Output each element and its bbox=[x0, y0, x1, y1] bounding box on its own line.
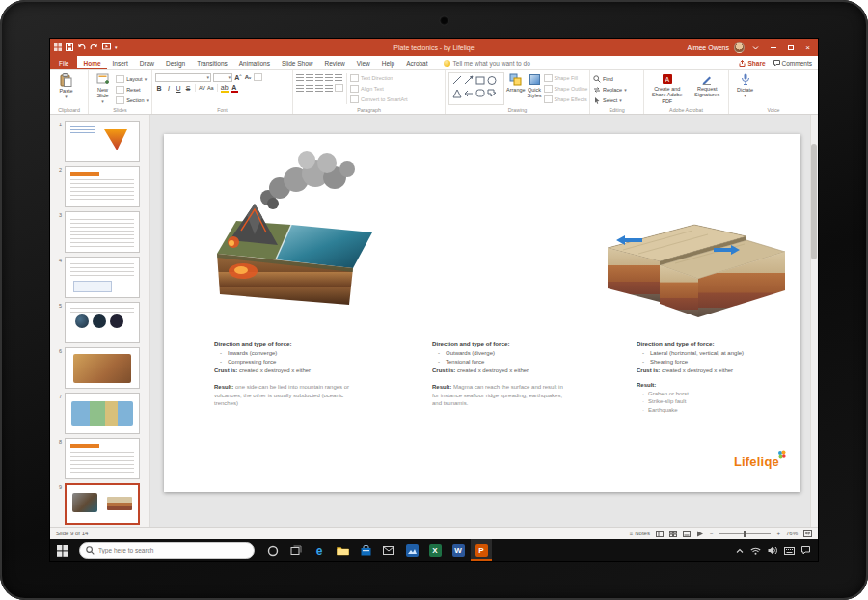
close-button[interactable]: × bbox=[801, 41, 814, 54]
tab-animations[interactable]: Animations bbox=[233, 56, 276, 69]
justify-icon[interactable] bbox=[325, 85, 333, 92]
font-size-combobox[interactable]: ▾ bbox=[213, 73, 232, 82]
new-slide-button[interactable]: New Slide ▾ bbox=[92, 72, 114, 105]
undo-icon[interactable] bbox=[77, 43, 86, 51]
tab-acrobat[interactable]: Acrobat bbox=[400, 56, 433, 69]
slide-thumbnail-4[interactable] bbox=[65, 257, 140, 298]
create-share-pdf-button[interactable]: A Create and Share Adobe PDF bbox=[647, 72, 687, 105]
layout-button[interactable]: Layout▾ bbox=[116, 74, 149, 84]
task-view-icon[interactable] bbox=[285, 539, 307, 561]
normal-view-icon[interactable] bbox=[656, 531, 664, 537]
slide-thumbnail-8[interactable] bbox=[65, 438, 140, 479]
columns-icon[interactable] bbox=[335, 84, 343, 92]
find-button[interactable]: Find bbox=[593, 74, 627, 84]
replace-button[interactable]: Replace▾ bbox=[593, 85, 627, 95]
comments-button[interactable]: Comments bbox=[773, 60, 812, 67]
reset-button[interactable]: Reset bbox=[116, 85, 149, 95]
qat-customize-caret-icon[interactable]: ▾ bbox=[115, 44, 118, 50]
tab-review[interactable]: Review bbox=[318, 56, 350, 69]
clear-formatting-icon[interactable] bbox=[254, 73, 262, 81]
slide-thumbnail-2[interactable] bbox=[65, 166, 140, 207]
tab-view[interactable]: View bbox=[351, 56, 376, 69]
touch-keyboard-icon[interactable] bbox=[784, 547, 795, 555]
font-name-combobox[interactable]: ▾ bbox=[155, 73, 211, 82]
cortana-icon[interactable] bbox=[262, 539, 284, 561]
tab-draw[interactable]: Draw bbox=[134, 56, 160, 69]
tab-insert[interactable]: Insert bbox=[107, 56, 134, 69]
slide-thumbnail-1[interactable] bbox=[65, 121, 140, 162]
tab-transitions[interactable]: Transitions bbox=[191, 56, 233, 69]
bullets-icon[interactable] bbox=[296, 74, 304, 81]
align-center-icon[interactable] bbox=[306, 85, 313, 92]
arrange-button[interactable]: Arrange bbox=[506, 72, 526, 105]
start-button[interactable] bbox=[50, 539, 75, 561]
tab-file[interactable]: File bbox=[50, 56, 77, 69]
volume-icon[interactable] bbox=[768, 546, 777, 555]
start-slideshow-icon[interactable] bbox=[102, 43, 111, 51]
zoom-level[interactable]: 76% bbox=[786, 531, 798, 536]
quick-styles-button[interactable]: Quick Styles bbox=[528, 72, 542, 105]
wifi-icon[interactable] bbox=[750, 547, 761, 555]
italic-button[interactable]: I bbox=[165, 85, 173, 92]
slide-thumbnail-9[interactable] bbox=[65, 483, 140, 525]
underline-button[interactable]: U bbox=[175, 85, 182, 92]
tab-slideshow[interactable]: Slide Show bbox=[276, 56, 319, 69]
canvas-scrollbar[interactable] bbox=[810, 115, 818, 527]
edge-icon[interactable]: e bbox=[309, 539, 330, 561]
dictate-button[interactable]: Dictate ▾ bbox=[732, 72, 758, 105]
tray-chevron-up-icon[interactable] bbox=[736, 548, 744, 554]
slideshow-view-icon[interactable] bbox=[696, 531, 704, 537]
file-explorer-icon[interactable] bbox=[332, 539, 353, 561]
share-button[interactable]: Share bbox=[739, 60, 765, 67]
strikethrough-button[interactable]: S bbox=[184, 85, 192, 92]
tab-help[interactable]: Help bbox=[376, 56, 400, 69]
align-right-icon[interactable] bbox=[315, 85, 323, 92]
photos-icon[interactable] bbox=[401, 539, 422, 561]
character-spacing-button[interactable]: AV bbox=[199, 85, 205, 91]
change-case-button[interactable]: Aa bbox=[207, 85, 214, 91]
maximize-button[interactable] bbox=[784, 41, 797, 54]
fit-slide-to-window-icon[interactable] bbox=[803, 530, 812, 537]
zoom-slider[interactable] bbox=[719, 533, 771, 534]
reading-view-icon[interactable] bbox=[683, 531, 691, 537]
action-center-icon[interactable] bbox=[801, 546, 810, 555]
align-left-icon[interactable] bbox=[296, 85, 304, 92]
current-slide[interactable]: Direction and type of force: Inwards (co… bbox=[164, 134, 800, 492]
search-input[interactable] bbox=[98, 547, 233, 554]
slide-sorter-view-icon[interactable] bbox=[669, 531, 677, 537]
notes-button[interactable]: ≡ Notes bbox=[630, 531, 650, 536]
slide-thumbnail-5[interactable] bbox=[65, 302, 140, 343]
highlight-color-button[interactable]: ab bbox=[221, 84, 229, 93]
decrease-indent-icon[interactable] bbox=[315, 74, 323, 81]
strike-slip-fault-image[interactable] bbox=[600, 209, 791, 323]
slide-thumbnail-7[interactable] bbox=[65, 393, 140, 434]
increase-indent-icon[interactable] bbox=[325, 74, 333, 81]
user-avatar[interactable] bbox=[734, 42, 745, 53]
tab-design[interactable]: Design bbox=[160, 56, 191, 69]
line-spacing-icon[interactable] bbox=[335, 74, 342, 81]
shapes-gallery[interactable] bbox=[448, 72, 504, 105]
subduction-zone-image[interactable] bbox=[183, 146, 391, 327]
slide-thumbnail-3[interactable] bbox=[65, 211, 140, 253]
grow-font-icon[interactable]: A^ bbox=[234, 73, 242, 81]
tell-me-box[interactable]: Tell me what you want to do bbox=[444, 56, 530, 69]
zoom-in-button[interactable]: + bbox=[776, 531, 780, 536]
ribbon-display-options-icon[interactable] bbox=[749, 41, 762, 54]
shrink-font-icon[interactable]: Av bbox=[244, 74, 252, 80]
word-icon[interactable]: W bbox=[448, 539, 469, 561]
section-button[interactable]: Section▾ bbox=[116, 95, 149, 105]
mail-icon[interactable] bbox=[378, 539, 399, 561]
taskbar-search-box[interactable] bbox=[79, 542, 255, 559]
request-signatures-button[interactable]: Request Signatures bbox=[689, 72, 725, 105]
zoom-out-button[interactable]: − bbox=[710, 531, 714, 536]
powerpoint-icon[interactable]: P bbox=[471, 539, 492, 561]
tab-home[interactable]: Home bbox=[77, 56, 106, 69]
slide-thumbnail-6[interactable] bbox=[65, 347, 140, 389]
paste-button[interactable]: Paste ▾ bbox=[53, 72, 79, 105]
select-button[interactable]: Select▾ bbox=[593, 95, 627, 105]
bold-button[interactable]: B bbox=[155, 85, 163, 92]
redo-icon[interactable] bbox=[90, 43, 98, 51]
font-color-button[interactable]: A bbox=[231, 84, 238, 93]
minimize-button[interactable] bbox=[767, 41, 779, 54]
numbering-icon[interactable] bbox=[306, 74, 313, 81]
